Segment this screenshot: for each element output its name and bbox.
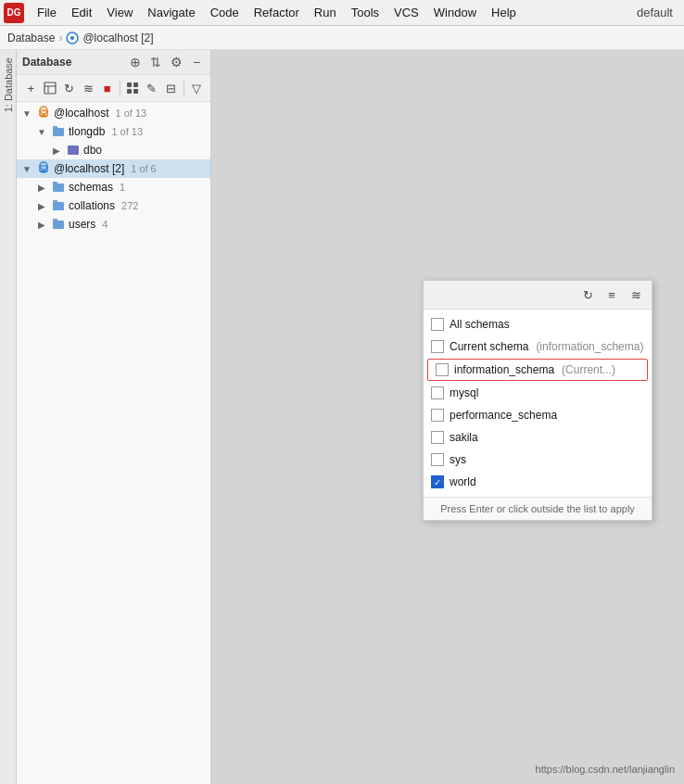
menu-file[interactable]: File [30, 4, 64, 21]
menu-edit[interactable]: Edit [64, 4, 99, 21]
schemas-label: schemas [69, 181, 113, 194]
server2-badge: 1 of 6 [131, 163, 157, 174]
label-performance-schema: performance_schema [450, 409, 557, 422]
server1-badge: 1 of 13 [116, 107, 147, 119]
main-layout: 1: Database Database ⊕ ⇅ ⚙ − + ↻ ≋ ■ [0, 50, 684, 784]
side-tab-label[interactable]: 1: Database [1, 54, 16, 116]
checkbox-current-schema[interactable] [431, 340, 444, 353]
list-item-world[interactable]: world [424, 471, 652, 493]
schema-filter-dropdown: ↻ ≡ ≋ All schemas Current schema (inform… [423, 280, 652, 521]
list-item-performance-schema[interactable]: performance_schema [424, 404, 652, 426]
schemas-icon [51, 180, 66, 195]
checkbox-information-schema[interactable] [436, 363, 449, 376]
grid-icon [126, 82, 139, 95]
list-item-current-schema[interactable]: Current schema (information_schema) [424, 335, 652, 358]
checkbox-world[interactable] [431, 475, 444, 488]
collations-badge: 272 [121, 200, 138, 211]
list-item-all-schemas[interactable]: All schemas [424, 313, 652, 335]
tree-collations[interactable]: ▶ collations 272 [32, 196, 210, 215]
content-area: ↻ ≡ ≋ All schemas Current schema (inform… [211, 50, 684, 784]
list-item-information-schema[interactable]: information_schema (Current...) [427, 359, 648, 381]
menu-bar: DG File Edit View Navigate Code Refactor… [0, 0, 684, 26]
breadcrumb-database[interactable]: Database [7, 32, 55, 44]
dropdown-filter[interactable]: ≋ [626, 285, 646, 305]
list-item-sakila[interactable]: sakila [424, 426, 652, 449]
dropdown-toolbar: ↻ ≡ ≋ [424, 281, 652, 310]
svg-point-10 [40, 109, 47, 112]
app-logo: DG [4, 3, 24, 23]
checkbox-all-schemas[interactable] [431, 318, 444, 331]
tb-grid[interactable] [124, 78, 142, 98]
checkbox-performance-schema[interactable] [431, 409, 444, 422]
breadcrumb-separator: › [58, 32, 62, 44]
svg-rect-14 [53, 128, 64, 136]
breadcrumb-server[interactable]: @localhost [2] [82, 32, 153, 44]
menu-window[interactable]: Window [426, 4, 484, 21]
svg-rect-8 [133, 89, 138, 94]
arrow-server2: ▼ [20, 162, 33, 175]
list-item-mysql[interactable]: mysql [424, 382, 652, 404]
tree-dbo[interactable]: ▶ dbo [46, 141, 210, 159]
collations-icon [51, 198, 66, 213]
tlongdb-badge: 1 of 13 [111, 126, 143, 137]
menu-run[interactable]: Run [307, 4, 344, 21]
dropdown-footer: Press Enter or click outside the list to… [424, 497, 652, 520]
toolbar-sep-2 [184, 81, 184, 95]
tb-browse[interactable] [42, 78, 59, 98]
arrow-schemas: ▶ [35, 181, 48, 194]
tb-stop[interactable]: ■ [98, 78, 116, 98]
label-mysql: mysql [450, 386, 478, 399]
menu-code[interactable]: Code [203, 4, 247, 21]
menu-vcs[interactable]: VCS [386, 4, 426, 21]
tree-schemas[interactable]: ▶ schemas 1 [32, 178, 210, 196]
arrow-dbo: ▶ [50, 144, 63, 157]
db-toolbar: + ↻ ≋ ■ ✎ ⊟ [17, 75, 210, 102]
svg-point-13 [40, 115, 47, 118]
arrow-collations: ▶ [35, 199, 48, 212]
tb-refresh[interactable]: ↻ [60, 78, 78, 98]
list-item-sys[interactable]: sys [424, 449, 652, 471]
server1-icon [36, 106, 51, 120]
settings-icon[interactable]: ⚙ [168, 54, 184, 70]
tlongdb-icon [51, 124, 66, 139]
arrow-users: ▶ [35, 218, 48, 231]
sub-information-schema: (Current...) [562, 363, 615, 376]
label-sakila: sakila [450, 431, 478, 444]
menu-refactor[interactable]: Refactor [247, 4, 307, 21]
checkbox-mysql[interactable] [431, 386, 444, 399]
menu-tools[interactable]: Tools [344, 4, 386, 21]
svg-rect-6 [133, 82, 138, 87]
tb-add[interactable]: + [22, 78, 40, 98]
breadcrumb: Database › @localhost [2] [0, 26, 684, 50]
dropdown-sort[interactable]: ≡ [602, 285, 622, 305]
tree-tlongdb[interactable]: ▼ tlongdb 1 of 13 [32, 122, 210, 141]
watermark: https://blog.csdn.net/lanjianglin [536, 764, 675, 775]
add-datasource-icon[interactable]: ⊕ [127, 54, 144, 70]
checkbox-sys[interactable] [431, 453, 444, 466]
tree-users[interactable]: ▶ users 4 [32, 215, 210, 234]
menu-navigate[interactable]: Navigate [140, 4, 202, 21]
tb-filter[interactable]: ≋ [80, 78, 97, 98]
tlongdb-label: tlongdb [69, 125, 105, 138]
tb-filter2[interactable]: ▽ [187, 78, 205, 98]
sub-current-schema: (information_schema) [536, 340, 643, 353]
toolbar-sep-1 [120, 81, 120, 95]
tree-server1[interactable]: ▼ @localhost 1 of 13 [17, 104, 210, 122]
menu-help[interactable]: Help [484, 4, 524, 21]
tb-query[interactable]: ⊟ [162, 78, 180, 98]
svg-rect-25 [53, 200, 57, 203]
label-sys: sys [450, 453, 466, 466]
dropdown-list: All schemas Current schema (information_… [424, 310, 652, 497]
tb-edit[interactable]: ✎ [143, 78, 160, 98]
arrange-icon[interactable]: ⇅ [147, 54, 164, 70]
checkbox-sakila[interactable] [431, 431, 444, 444]
tree-server2[interactable]: ▼ @localhost [2] 1 of 6 [17, 159, 210, 178]
label-information-schema: information_schema [454, 363, 554, 376]
database-panel: Database ⊕ ⇅ ⚙ − + ↻ ≋ ■ [17, 50, 211, 784]
svg-rect-15 [53, 126, 57, 129]
svg-rect-23 [53, 182, 57, 184]
dbo-label: dbo [83, 144, 102, 157]
close-panel-icon[interactable]: − [188, 54, 205, 70]
dropdown-refresh[interactable]: ↻ [577, 285, 598, 305]
menu-view[interactable]: View [99, 4, 140, 21]
